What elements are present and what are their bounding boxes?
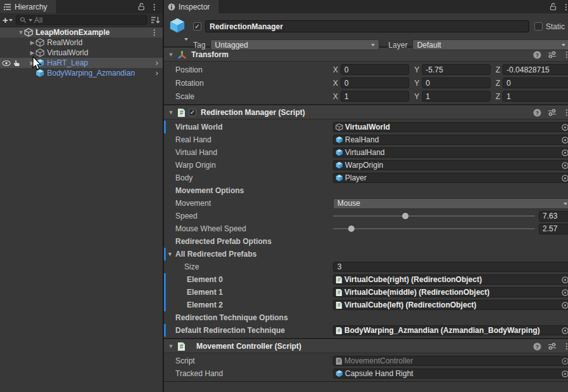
object-picker-icon[interactable] (561, 276, 568, 284)
position-x-field[interactable]: 0 (341, 64, 409, 75)
presets-icon[interactable] (548, 51, 557, 58)
hierarchy-search-input[interactable]: All (16, 15, 147, 25)
array-size-field[interactable]: 3 (333, 262, 568, 272)
help-icon[interactable]: ? (533, 51, 541, 59)
help-icon[interactable]: ? (533, 109, 541, 117)
presets-icon[interactable] (548, 109, 557, 116)
foldout-open-icon[interactable]: ▼ (168, 52, 174, 58)
object-picker-icon[interactable] (561, 370, 568, 378)
static-checkbox[interactable] (534, 22, 543, 30)
foldout-open-icon[interactable]: ▼ (167, 252, 173, 257)
hierarchy-toolbar: + All (0, 13, 163, 27)
layer-dropdown[interactable]: Default (412, 39, 568, 50)
hierarchy-item-hart-leap[interactable]: ▶ HaRT_Leap › (0, 58, 163, 68)
scale-z-field[interactable]: 1 (503, 91, 568, 102)
object-picker-icon[interactable] (561, 161, 568, 170)
inspector-tab-label: Inspector (179, 3, 210, 11)
rotation-x-field[interactable]: 0 (341, 78, 409, 88)
all-redirected-prefabs-row[interactable]: ▼ All Redirected Prefabs (164, 248, 568, 260)
component-menu-icon[interactable]: ⋮ (563, 51, 568, 58)
csharp-script-icon: # (177, 342, 186, 351)
virtual-world-object-field[interactable]: VirtualWorld (333, 122, 568, 132)
element-0-object-field[interactable]: # VirtualCube(right) (RedirectionObject) (333, 274, 568, 285)
tracked-hand-object-field[interactable]: Capsule Hand Right (333, 368, 568, 379)
foldout-closed-icon[interactable]: ▶ (29, 40, 36, 46)
virtual-hand-label: Virtual Hand (175, 148, 333, 157)
prefab-open-chevron-icon[interactable]: › (156, 69, 158, 77)
foldout-closed-icon[interactable]: ▶ (29, 60, 36, 66)
sort-order-icon[interactable] (151, 16, 160, 24)
scale-x-field[interactable]: 1 (341, 91, 409, 102)
hierarchy-item-virtualworld[interactable]: ▶ VirtualWorld (0, 48, 163, 58)
mouse-wheel-slider[interactable] (333, 224, 535, 234)
foldout-closed-icon[interactable]: ▶ (29, 50, 36, 56)
slider-handle[interactable] (402, 213, 409, 219)
presets-icon[interactable] (548, 342, 557, 350)
foldout-open-icon[interactable]: ▼ (168, 110, 174, 116)
object-picker-icon[interactable] (561, 357, 568, 365)
create-object-button[interactable]: + (3, 15, 13, 25)
tab-inspector[interactable]: Inspector (164, 0, 219, 13)
y-axis-label: Y (414, 65, 419, 74)
hierarchy-item-realworld[interactable]: ▶ RealWorld (0, 37, 163, 48)
movement-dropdown[interactable]: Mouse (333, 198, 568, 209)
y-axis-label: Y (414, 92, 419, 101)
virtual-hand-object-field[interactable]: VirtualHand (333, 147, 568, 158)
element-2-object-field[interactable]: # VirtualCube(left) (RedirectionObject) (333, 300, 568, 310)
script-row: Script # MovementController (164, 355, 568, 367)
object-picker-icon[interactable] (561, 136, 568, 144)
default-technique-object-field[interactable]: # BodyWarping_Azmandian (Azmandian_BodyW… (333, 325, 568, 335)
active-checkbox[interactable]: ✓ (193, 22, 201, 30)
prefab-open-chevron-icon[interactable]: › (156, 58, 158, 67)
speed-value-field[interactable]: 7.63 (539, 211, 568, 222)
tab-hierarchy[interactable]: Hierarchy (0, 0, 56, 13)
real-hand-object-field[interactable]: RealHand (333, 135, 568, 145)
hierarchy-tree: ▼ LeapMotionExample ⋮ ▶ (0, 27, 163, 78)
component-menu-icon[interactable]: ⋮ (563, 109, 568, 116)
inspector-menu-icon[interactable]: ⋮ (562, 3, 568, 11)
warp-origin-object-field[interactable]: WarpOrigin (333, 160, 568, 170)
movement-controller-header[interactable]: ▼ # Movement Controller (Script) ? ⋮ (164, 339, 568, 353)
rotation-z-field[interactable]: 0 (503, 78, 568, 88)
lock-icon[interactable] (138, 3, 145, 11)
foldout-open-icon[interactable]: ▼ (18, 30, 24, 36)
lock-icon[interactable] (550, 3, 557, 11)
object-picker-icon[interactable] (561, 288, 568, 297)
pickability-hand-icon[interactable] (13, 60, 20, 67)
body-object-field[interactable]: Player (333, 173, 568, 183)
position-z-field[interactable]: -0.04828715 (503, 64, 568, 75)
scene-row[interactable]: ▼ LeapMotionExample ⋮ (0, 27, 163, 37)
position-y-field[interactable]: -5.75 (422, 64, 490, 75)
object-picker-icon[interactable] (561, 327, 568, 335)
redirection-manager-header[interactable]: ▼ # ✓ Redirection Manager (Script) ? ⋮ (164, 105, 568, 119)
gameobject-name-input[interactable]: RedirectionManager (205, 20, 529, 32)
object-picker-icon[interactable] (561, 301, 568, 309)
component-enabled-checkbox[interactable]: ✓ (189, 109, 196, 116)
script-object-field[interactable]: # MovementController (333, 356, 568, 366)
visibility-eye-icon[interactable] (2, 60, 11, 66)
x-axis-label: X (333, 65, 338, 74)
mouse-wheel-value-field[interactable]: 2.57 (539, 224, 568, 234)
object-picker-icon[interactable] (561, 174, 568, 182)
speed-slider[interactable] (333, 211, 535, 221)
csharp-script-icon: # (335, 301, 342, 309)
object-picker-icon[interactable] (561, 123, 568, 132)
hierarchy-menu-icon[interactable]: ⋮ (151, 3, 158, 11)
slider-handle[interactable] (348, 226, 355, 232)
scale-y-field[interactable]: 1 (422, 91, 490, 102)
csharp-script-icon: # (335, 357, 342, 365)
svg-text:#: # (180, 109, 184, 116)
element-1-object-field[interactable]: # VirtualCube(middle) (RedirectionObject… (333, 287, 568, 297)
foldout-open-icon[interactable]: ▼ (168, 344, 174, 349)
object-picker-icon[interactable] (561, 149, 568, 157)
help-icon[interactable]: ? (533, 342, 541, 351)
rotation-label: Rotation (175, 79, 333, 88)
scene-menu-icon[interactable]: ⋮ (151, 29, 158, 36)
hierarchy-item-bodywarping[interactable]: BodyWarping_Azmandian › (0, 68, 163, 78)
gameobject-cube-icon[interactable] (169, 17, 187, 36)
tag-dropdown[interactable]: Untagged (210, 39, 379, 50)
item-label: VirtualWorld (47, 48, 88, 57)
rotation-y-field[interactable]: 0 (422, 78, 490, 88)
component-menu-icon[interactable]: ⋮ (563, 342, 568, 350)
element-1-row: Element 1 # VirtualCube(middle) (Redirec… (164, 286, 568, 299)
